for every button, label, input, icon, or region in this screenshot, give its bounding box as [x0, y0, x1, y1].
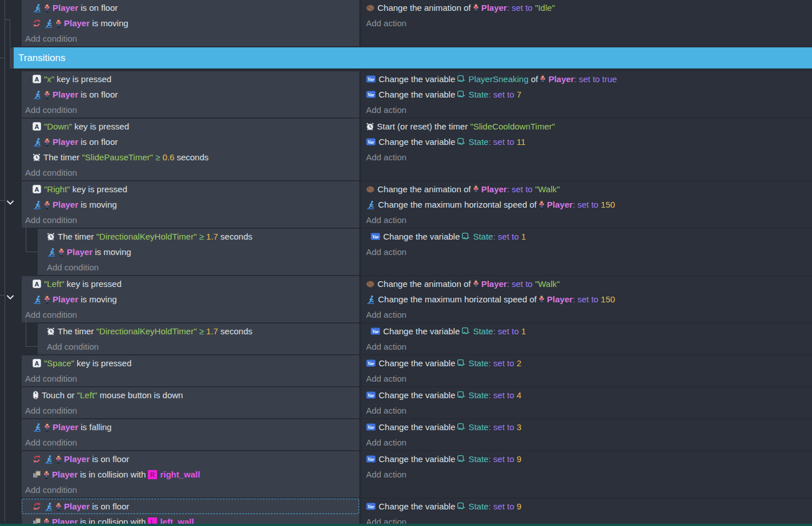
- add-condition-button[interactable]: Add condition: [22, 403, 359, 418]
- action-row[interactable]: VarChange the variable State: set to 9: [361, 499, 812, 514]
- condition-row[interactable]: Player is on floor: [22, 134, 359, 149]
- platformer-behavior-icon: [33, 200, 42, 209]
- action-row[interactable]: VarChange the variable State: set to 1: [361, 229, 812, 244]
- string-literal: "DirectionalKeyHoldTimer": [97, 326, 197, 336]
- action-row[interactable]: VarChange the variable State: set to 3: [361, 419, 812, 435]
- action-row[interactable]: Change the animation of Player: set to "…: [361, 181, 812, 197]
- conditions-column: A"Down" key is pressedPlayer is on floor…: [22, 119, 359, 180]
- condition-row[interactable]: Touch or "Left" mouse button is down: [22, 387, 359, 403]
- add-condition-button[interactable]: Add condition: [22, 482, 359, 497]
- actions-column: VarChange the variable State: set to 1Ad…: [361, 229, 812, 275]
- platformer-behavior-icon: [33, 90, 42, 99]
- condition-row[interactable]: A"x" key is pressed: [22, 71, 359, 87]
- variable-name: State: [468, 501, 488, 511]
- action-row[interactable]: VarChange the variable State: set to 4: [361, 387, 812, 403]
- scene-variable-icon: [462, 327, 470, 335]
- event-block: A"Down" key is pressedPlayer is on floor…: [22, 119, 812, 180]
- text-segment: Change the animation of: [377, 184, 473, 194]
- add-action-button[interactable]: Add action: [361, 212, 812, 228]
- platformer-behavior-icon: [44, 502, 53, 511]
- text-segment: seconds: [174, 152, 208, 162]
- add-action-button[interactable]: Add action: [361, 435, 812, 450]
- condition-row[interactable]: Player is moving: [22, 197, 359, 212]
- add-condition-button[interactable]: Add condition: [22, 307, 359, 322]
- condition-row[interactable]: Player is moving: [22, 292, 359, 307]
- chevron-down-icon[interactable]: [6, 292, 14, 302]
- add-condition-button[interactable]: Add condition: [38, 339, 359, 354]
- event-block: Player is on floorPlayer is in collision…: [22, 451, 812, 497]
- add-action-button[interactable]: Add action: [361, 403, 812, 418]
- keyword-text: : set to: [488, 390, 516, 400]
- add-action-button[interactable]: Add action: [361, 467, 812, 482]
- action-row[interactable]: Change the animation of Player: set to "…: [361, 276, 812, 292]
- condition-row[interactable]: Player is moving: [22, 15, 359, 31]
- condition-row[interactable]: Player is on floor: [22, 0, 359, 15]
- action-row[interactable]: Change the maximum horizontal speed of P…: [361, 197, 812, 212]
- actions-column: Start (or reset) the timer "SlideCooldow…: [361, 119, 812, 180]
- add-action-button[interactable]: Add action: [361, 371, 812, 386]
- condition-row[interactable]: A"Right" key is pressed: [22, 181, 359, 197]
- condition-row[interactable]: A"Space" key is pressed: [22, 355, 359, 371]
- action-row[interactable]: VarChange the variable State: set to 2: [361, 355, 812, 371]
- object-name: Player: [53, 137, 78, 147]
- add-action-button[interactable]: Add action: [361, 307, 812, 322]
- add-condition-button[interactable]: Add condition: [22, 31, 359, 46]
- add-action-button[interactable]: Add action: [361, 244, 812, 260]
- add-condition-button[interactable]: Add condition: [22, 102, 359, 118]
- add-action-button[interactable]: Add action: [361, 102, 812, 118]
- add-condition-button[interactable]: Add condition: [22, 212, 359, 228]
- condition-row[interactable]: A"Left" key is pressed: [22, 276, 359, 292]
- action-row[interactable]: VarChange the variable State: set to 1: [361, 323, 812, 339]
- timer-icon: [33, 153, 41, 161]
- group-title: Transitions: [18, 52, 66, 64]
- action-row[interactable]: VarChange the variable State: set to 7: [361, 87, 812, 102]
- condition-row[interactable]: A"Down" key is pressed: [22, 119, 359, 134]
- svg-text:Var: Var: [368, 504, 375, 509]
- action-row[interactable]: Change the maximum horizontal speed of P…: [361, 292, 812, 307]
- condition-row[interactable]: The timer "SlidePauseTimer" ≥ 0.6 second…: [22, 149, 359, 165]
- condition-row[interactable]: Player is moving: [38, 244, 359, 260]
- action-row[interactable]: VarChange the variable State: set to 11: [361, 134, 812, 149]
- text-segment: is falling: [78, 422, 111, 432]
- actions-column: Change the animation of Player: set to "…: [361, 181, 812, 228]
- text-segment: Change the variable: [383, 326, 462, 336]
- condition-row[interactable]: Player is on floor: [22, 451, 359, 467]
- condition-row[interactable]: The timer "DirectionalKeyHoldTimer" ≥ 1.…: [38, 323, 359, 339]
- object-name: Player: [481, 279, 507, 289]
- add-action-button[interactable]: Add action: [361, 149, 812, 165]
- event-block: A"Left" key is pressedPlayer is movingAd…: [22, 276, 812, 322]
- text-segment: is moving: [93, 247, 131, 257]
- add-action-button[interactable]: Add action: [361, 15, 812, 31]
- keyboard-key-icon: A: [33, 359, 41, 367]
- condition-row[interactable]: The timer "DirectionalKeyHoldTimer" ≥ 1.…: [38, 229, 359, 244]
- group-header-transitions[interactable]: Transitions: [10, 47, 812, 68]
- number-literal: 1: [521, 232, 526, 241]
- condition-row[interactable]: Player is on floor: [22, 87, 359, 102]
- event-block: Touch or "Left" mouse button is downAdd …: [22, 387, 812, 418]
- tree-line: [5, 0, 5, 521]
- action-row[interactable]: Start (or reset) the timer "SlideCooldow…: [361, 119, 812, 134]
- variable-name: PlayerSneaking: [468, 74, 528, 84]
- text-segment: Change the animation of: [377, 279, 473, 289]
- condition-row[interactable]: Player is falling: [22, 419, 359, 435]
- add-action-button[interactable]: Add action: [361, 339, 812, 354]
- action-row[interactable]: Change the animation of Player: set to "…: [361, 0, 812, 15]
- action-row[interactable]: VarChange the variable PlayerSneaking of…: [361, 71, 812, 87]
- add-condition-button[interactable]: Add condition: [22, 435, 359, 450]
- keyword-text: : set to: [507, 279, 535, 289]
- number-literal: 9: [517, 454, 521, 464]
- condition-row[interactable]: Player is on floor: [22, 499, 359, 514]
- add-condition-button[interactable]: Add condition: [22, 371, 359, 386]
- add-condition-button[interactable]: Add condition: [38, 260, 359, 275]
- conditions-column: A"x" key is pressedPlayer is on floorAdd…: [22, 71, 359, 118]
- text-segment: Change the variable: [379, 390, 457, 400]
- add-condition-button[interactable]: Add condition: [22, 165, 359, 180]
- text-segment: is on floor: [78, 3, 118, 13]
- variable-action-icon: Var: [366, 91, 376, 98]
- string-literal: "DirectionalKeyHoldTimer": [97, 232, 197, 241]
- condition-row[interactable]: Player is in collision with Rright_wall: [22, 467, 359, 482]
- action-row[interactable]: VarChange the variable State: set to 9: [361, 451, 812, 467]
- string-literal: "Left": [77, 390, 98, 400]
- chevron-down-icon[interactable]: [6, 197, 14, 207]
- string-literal: "Walk": [535, 279, 560, 289]
